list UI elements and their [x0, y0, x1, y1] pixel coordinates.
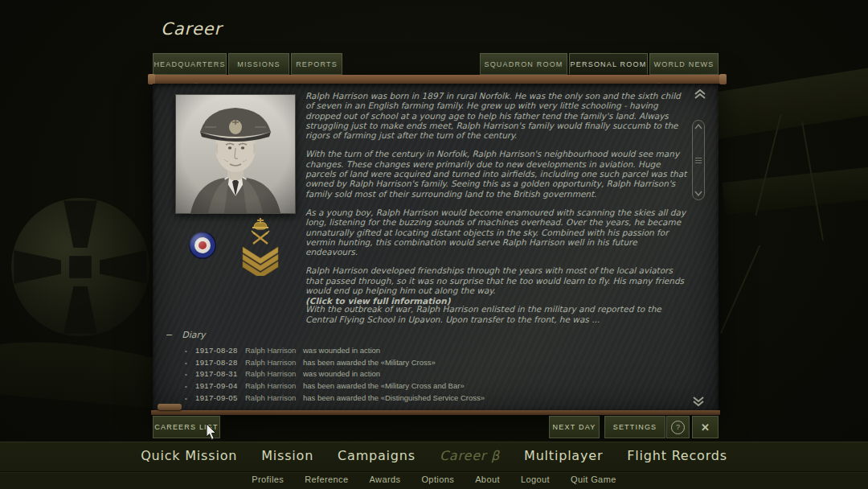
mouse-cursor [206, 424, 217, 441]
footer-divider [0, 471, 868, 472]
bio-paragraph: With the turn of the century in Norfolk,… [305, 149, 691, 198]
diary-entry[interactable]: • 1917-09-04 Ralph Harrison has been awa… [185, 381, 683, 393]
tab-missions[interactable]: MISSIONS [228, 53, 289, 75]
iron-cross-icon [11, 198, 149, 336]
nav-flight-records[interactable]: Flight Records [627, 448, 727, 463]
background-biplane-wing [705, 61, 868, 140]
nav-campaigns[interactable]: Campaigns [338, 448, 416, 463]
tab-world-news[interactable]: WORLD NEWS [649, 53, 719, 75]
diary-pilot-name: Ralph Harrison [245, 346, 303, 355]
scroll-up-icon[interactable] [693, 88, 709, 102]
collapse-icon[interactable]: − [166, 330, 173, 340]
personal-room-panel: Ralph Harrison was born in 1897 in rural… [153, 75, 719, 415]
diary-pilot-name: Ralph Harrison [245, 369, 303, 378]
main-nav: Quick Mission Mission Campaigns Career β… [0, 448, 868, 463]
diary-event: has been awarded the «Military Cross» [303, 358, 436, 367]
background-strut [720, 245, 761, 334]
footer-link[interactable]: Quit Game [571, 475, 616, 484]
footer-nav: Profiles Reference Awards Options About … [0, 475, 868, 484]
diary-bullet-icon: • [185, 347, 195, 355]
help-button[interactable]: ? [666, 416, 690, 438]
background-strut [755, 114, 781, 216]
page-title: Career [161, 19, 222, 39]
diary-date: 1917-08-31 [195, 369, 245, 378]
background-biplane-wing [723, 163, 868, 215]
diary-bullet-icon: • [185, 371, 195, 378]
footer-link[interactable]: Awards [370, 475, 401, 484]
settings-button[interactable]: SETTINGS [604, 416, 665, 438]
footer-link[interactable]: Options [421, 475, 454, 484]
close-button[interactable]: ✕ [692, 416, 719, 438]
thumb-grip [695, 157, 702, 164]
diary-bullet-icon: • [185, 360, 195, 367]
diary-header[interactable]: − Diary [166, 330, 206, 340]
diary-event: has been awarded the «Distinguished Serv… [303, 393, 485, 402]
career-screen: Career HEADQUARTERS MISSIONS REPORTS SQU… [0, 0, 868, 489]
footer-link[interactable]: Profiles [252, 475, 284, 484]
nav-career[interactable]: Career β [440, 448, 500, 463]
british-roundel-icon [188, 231, 217, 260]
nav-multiplayer[interactable]: Multiplayer [524, 448, 603, 463]
diary-bullet-icon: • [185, 383, 195, 390]
nav-quick-mission[interactable]: Quick Mission [141, 448, 237, 463]
bio-paragraph: With the outbreak of war, Ralph Harrison… [305, 304, 691, 324]
diary-event: was wounded in action [303, 369, 380, 378]
background-iron-cross-roundel [11, 198, 149, 336]
nav-mission[interactable]: Mission [261, 448, 313, 463]
diary-pilot-name: Ralph Harrison [245, 381, 303, 390]
wooden-rail-top [149, 75, 722, 84]
help-icon: ? [671, 421, 685, 434]
scroll-down-icon[interactable] [691, 395, 707, 409]
footer-link[interactable]: Logout [521, 475, 550, 484]
diary-entry[interactable]: • 1917-08-28 Ralph Harrison has been awa… [185, 358, 683, 370]
wooden-rail-bottom [151, 410, 720, 415]
diary-date: 1917-09-05 [195, 393, 245, 402]
pilot-portrait-photo[interactable] [175, 94, 296, 214]
rank-insignia-icon [238, 216, 283, 276]
diary-event: has been awarded the «Military Cross and… [303, 381, 465, 390]
diary-date: 1917-08-28 [195, 358, 245, 367]
diary-entry[interactable]: • 1917-09-05 Ralph Harrison has been awa… [185, 393, 683, 405]
diary-entry[interactable]: • 1917-08-31 Ralph Harrison was wounded … [185, 369, 683, 381]
footer-link[interactable]: Reference [305, 475, 348, 484]
click-hint[interactable]: (Click to view full information) [305, 296, 691, 306]
thumb-chevron-up-icon [694, 124, 702, 129]
close-icon: ✕ [701, 421, 710, 434]
bio-paragraph: Ralph Harrison was born in 1897 in rural… [305, 91, 691, 140]
chalk-eraser [158, 404, 182, 410]
diary-label: Diary [182, 330, 205, 340]
tab-personal-room[interactable]: PERSONAL ROOM [569, 53, 648, 75]
background-strut [801, 121, 824, 240]
scrollbar-thumb[interactable] [692, 120, 705, 200]
tab-headquarters[interactable]: HEADQUARTERS [153, 53, 227, 75]
next-day-button[interactable]: NEXT DAY [549, 416, 600, 438]
footer-link[interactable]: About [475, 475, 500, 484]
diary-date: 1917-09-04 [195, 381, 245, 390]
diary-date: 1917-08-28 [195, 346, 245, 355]
tab-reports[interactable]: REPORTS [291, 53, 342, 75]
tab-squadron-room[interactable]: SQUADRON ROOM [480, 53, 567, 75]
bio-paragraph: Ralph Harrison developed friendships thr… [305, 265, 691, 295]
diary-event: was wounded in action [303, 346, 380, 355]
pilot-portrait-image [176, 95, 295, 213]
diary-list: • 1917-08-28 Ralph Harrison was wounded … [185, 346, 683, 405]
diary-entry[interactable]: • 1917-08-28 Ralph Harrison was wounded … [185, 346, 683, 358]
diary-bullet-icon: • [185, 395, 195, 402]
diary-pilot-name: Ralph Harrison [245, 358, 303, 367]
diary-pilot-name: Ralph Harrison [245, 393, 303, 402]
rail-end-cap [719, 74, 727, 84]
bottom-navigation: Quick Mission Mission Campaigns Career β… [0, 442, 868, 489]
thumb-chevron-down-icon [694, 191, 702, 196]
bio-paragraph: As a young boy, Ralph Harrison would bec… [305, 208, 691, 257]
